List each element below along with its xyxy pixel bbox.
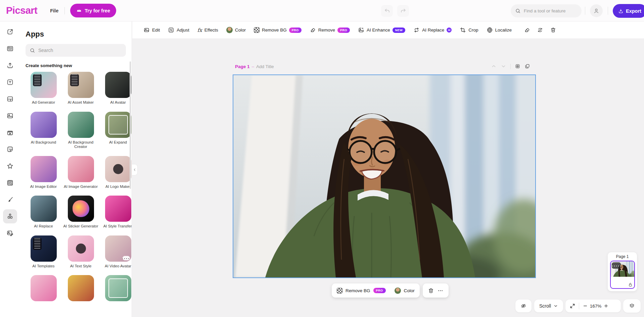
scroll-mode-dropdown[interactable]: Scroll bbox=[534, 300, 563, 312]
layers-button[interactable] bbox=[623, 299, 641, 313]
app-tile-ai-expand[interactable]: AI Expand bbox=[99, 112, 132, 149]
color-button[interactable]: Color bbox=[404, 288, 415, 293]
add-page-icon[interactable] bbox=[515, 63, 520, 69]
toolbar-item-remove-bg[interactable]: Remove BGPRO bbox=[254, 27, 302, 33]
app-tile-partial-16[interactable] bbox=[62, 275, 99, 301]
app-tile-ai-image-generator[interactable]: AI Image Generator bbox=[62, 156, 99, 189]
preview-toggle-button[interactable] bbox=[515, 300, 532, 312]
avatar[interactable] bbox=[590, 4, 603, 17]
sidebar-item-background[interactable] bbox=[3, 176, 17, 190]
app-tile-ai-sticker-generator[interactable]: AI Sticker Generator bbox=[62, 196, 99, 229]
divider bbox=[510, 64, 511, 69]
layout-icon bbox=[6, 95, 14, 103]
add-title-placeholder[interactable]: Add Title bbox=[256, 64, 274, 69]
tile-deco-circle bbox=[76, 244, 86, 254]
sidebar-item-photos[interactable] bbox=[3, 109, 17, 123]
redo-button[interactable] bbox=[397, 5, 409, 17]
toolbar-item-remove[interactable]: RemovePRO bbox=[310, 27, 350, 33]
upload-icon bbox=[6, 62, 14, 69]
app-tile-partial-15[interactable] bbox=[25, 275, 62, 301]
app-tile-label: AI Asset Maker bbox=[68, 100, 94, 105]
brush-icon bbox=[6, 196, 14, 203]
app-tile-ai-background-creator[interactable]: AI Background Creator bbox=[62, 112, 99, 149]
undo-button[interactable] bbox=[381, 5, 393, 17]
app-tile-label: AI Expand bbox=[109, 140, 127, 145]
pro-badge: PRO bbox=[373, 288, 386, 293]
page-dash: – bbox=[252, 64, 255, 69]
header-search[interactable] bbox=[511, 4, 582, 17]
sidebar-item-stickers[interactable] bbox=[3, 142, 17, 156]
app-tile-ai-logo-maker[interactable]: AI Logo Maker bbox=[99, 156, 132, 189]
page-more-button[interactable] bbox=[612, 262, 621, 269]
header-search-input[interactable] bbox=[524, 8, 574, 13]
chevron-down-icon bbox=[553, 304, 558, 308]
globe-icon bbox=[487, 27, 493, 33]
page-thumbnail[interactable] bbox=[610, 261, 635, 289]
toolbar-item-crop[interactable]: Crop bbox=[460, 27, 478, 33]
app-tile-ai-templates[interactable]: AI Templates bbox=[25, 235, 62, 269]
app-tile-label: AI Image Editor bbox=[30, 184, 57, 189]
swap-icon[interactable] bbox=[537, 27, 543, 33]
app-tile-partial-17[interactable] bbox=[99, 275, 132, 301]
app-tile-ai-text-style[interactable]: AI Text Style bbox=[62, 235, 99, 269]
apps-search[interactable] bbox=[26, 44, 126, 57]
toolbar-item-ai-enhance[interactable]: AI EnhanceNEW bbox=[358, 27, 405, 33]
sidebar-item-uploads[interactable] bbox=[3, 58, 17, 72]
chevron-up-icon[interactable] bbox=[491, 63, 497, 69]
fit-screen-icon[interactable] bbox=[569, 303, 576, 309]
eye-off-icon bbox=[520, 303, 526, 309]
export-button[interactable]: Export bbox=[613, 4, 644, 18]
toolbar-item-localize[interactable]: Localize bbox=[487, 27, 512, 33]
sidebar-item-videos[interactable] bbox=[3, 125, 17, 140]
sidebar-item-elements[interactable] bbox=[3, 159, 17, 173]
app-tile-image bbox=[68, 235, 94, 262]
sidebar-item-layouts[interactable] bbox=[3, 92, 17, 106]
trash-icon[interactable] bbox=[550, 27, 556, 33]
remove-bg-button[interactable]: Remove BG bbox=[346, 288, 370, 293]
panel-collapse-button[interactable] bbox=[132, 164, 138, 175]
app-tile-label: AI Text Style bbox=[70, 264, 92, 269]
zoom-in-icon[interactable] bbox=[603, 303, 609, 309]
toolbar-item-effects[interactable]: fxEffects bbox=[197, 27, 218, 33]
edit-icon bbox=[143, 27, 150, 33]
search-icon bbox=[30, 48, 35, 53]
chevron-down-icon[interactable] bbox=[501, 63, 506, 69]
toolbar-item-edit[interactable]: Edit bbox=[143, 27, 160, 33]
sidebar-item-text[interactable] bbox=[3, 75, 17, 89]
app-tile-ai-avatar[interactable]: AI Avatar bbox=[99, 72, 132, 105]
app-tile-ai-asset-maker[interactable]: AI Asset Maker bbox=[62, 72, 99, 105]
sidebar-item-apps[interactable] bbox=[3, 209, 17, 223]
duplicate-page-icon[interactable] bbox=[524, 63, 530, 69]
sidebar-item-open-project[interactable] bbox=[3, 25, 17, 39]
canvas-image[interactable] bbox=[233, 74, 536, 278]
try-for-free-button[interactable]: Try for free bbox=[70, 4, 116, 17]
toolbar-item-color[interactable]: Color bbox=[226, 27, 246, 33]
trash-icon[interactable] bbox=[428, 287, 434, 294]
app-tile-label: AI Logo Maker bbox=[105, 184, 131, 189]
app-tile-image bbox=[105, 72, 131, 98]
toolbar-item-label: Effects bbox=[204, 28, 218, 33]
ai-replace-icon bbox=[413, 27, 420, 33]
toolbar-icon-buttons bbox=[524, 27, 556, 33]
app-tile-ai-video-avatar[interactable]: AI Video Avatar bbox=[99, 235, 132, 269]
sidebar-item-photo-editor[interactable] bbox=[3, 226, 17, 240]
ellipsis-icon[interactable] bbox=[437, 287, 444, 294]
file-menu[interactable]: File bbox=[50, 8, 58, 13]
header-divider bbox=[585, 7, 585, 15]
zoom-out-icon[interactable] bbox=[583, 303, 588, 309]
app-tile-ai-background[interactable]: AI Background bbox=[25, 112, 62, 149]
sidebar-item-templates[interactable] bbox=[3, 42, 17, 56]
sidebar-item-draw[interactable] bbox=[3, 193, 17, 207]
eraser-icon[interactable] bbox=[524, 27, 530, 33]
app-tile-ai-replace[interactable]: AI Replace bbox=[25, 196, 62, 229]
app-tile-image bbox=[31, 72, 57, 98]
app-tile-ad-generator[interactable]: Ad Generator bbox=[25, 72, 62, 105]
lock-open-icon[interactable] bbox=[628, 282, 633, 287]
toolbar-item-ai-replace[interactable]: AI ReplaceAI bbox=[413, 27, 452, 33]
toolbar-item-adjust[interactable]: Adjust bbox=[168, 27, 189, 33]
panel-scrollbar[interactable] bbox=[130, 61, 131, 189]
app-tile-ai-style-transfer[interactable]: AI Style Transfer. bbox=[99, 196, 132, 229]
apps-search-input[interactable] bbox=[38, 48, 119, 53]
app-tile-ai-image-editor[interactable]: AI Image Editor bbox=[25, 156, 62, 189]
undo-icon bbox=[384, 8, 390, 14]
